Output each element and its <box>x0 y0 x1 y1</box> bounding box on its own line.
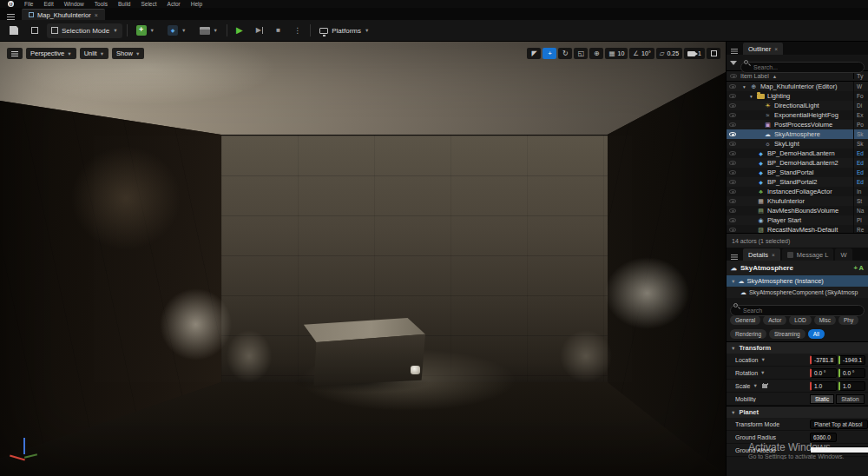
outliner-row[interactable]: ◉Player StartPl <box>727 215 868 225</box>
filter-chip-lod[interactable]: LOD <box>789 315 811 325</box>
filter-funnel-icon[interactable] <box>730 61 737 65</box>
stop-button[interactable]: ■ <box>272 23 285 38</box>
panel-menu-icon[interactable] <box>731 49 738 50</box>
add-component-button[interactable]: + A <box>853 264 864 272</box>
tab-message-log[interactable]: Message L <box>782 248 834 261</box>
platforms-dropdown[interactable]: Platforms ▼ <box>315 23 373 38</box>
scale-tool-icon[interactable]: ◱ <box>574 48 588 59</box>
component-row[interactable]: ☁ SkyAtmosphereComponent (SkyAtmosp <box>727 287 868 298</box>
color-swatch[interactable] <box>810 446 868 453</box>
scale-snap-toggle[interactable]: ▱0.25 <box>656 48 682 59</box>
maximize-viewport-icon[interactable] <box>707 48 720 59</box>
menu-actor[interactable]: Actor <box>162 1 186 7</box>
show-flags-dropdown[interactable]: Show▼ <box>112 48 144 59</box>
actor-instance-row[interactable]: ▼ ☁ SkyAtmosphere (Instance) <box>727 275 868 287</box>
filter-chip-general[interactable]: General <box>730 315 760 325</box>
level-tab[interactable]: Map_KhufuInterior × <box>22 9 105 20</box>
outliner-row[interactable]: ♣InstancedFoliageActorIn <box>727 187 868 196</box>
outliner-row[interactable]: ▾⊕Map_KhufuInterior (Editor)W <box>727 82 868 91</box>
add-content-button[interactable]: +▼ <box>132 23 159 38</box>
expand-caret-icon[interactable]: ▾ <box>741 84 747 89</box>
frame-skip-button[interactable]: ▶ <box>252 23 268 38</box>
outliner-row[interactable]: ▨RecastNavMesh-DefaultRe <box>727 225 868 233</box>
menu-help[interactable]: Help <box>186 1 207 7</box>
visibility-eye-icon[interactable] <box>729 199 736 203</box>
rotation-x-field[interactable]: 0.0 ° <box>810 368 837 378</box>
viewport-options-button[interactable] <box>7 48 23 59</box>
location-x-field[interactable]: -3781.8 <box>810 355 837 365</box>
outliner-row[interactable]: ▣PostProcessVolumePo <box>727 120 868 129</box>
filter-chip-misc[interactable]: Misc <box>814 315 836 325</box>
scale-x-field[interactable]: 1.0 <box>810 381 837 391</box>
visibility-eye-icon[interactable] <box>729 84 736 89</box>
rotation-y-field[interactable]: 0.0 ° <box>838 368 865 378</box>
outliner-row[interactable]: ▦KhufuInteriorSt <box>727 196 868 206</box>
actor-type-cell[interactable]: Ed <box>853 168 868 177</box>
play-options-button[interactable]: ⋮ <box>289 23 306 38</box>
visibility-eye-icon[interactable] <box>729 132 736 136</box>
menu-window[interactable]: Window <box>59 1 89 7</box>
details-search-input[interactable] <box>730 305 865 316</box>
actor-type-cell[interactable]: Ed <box>853 149 868 158</box>
level-viewport[interactable]: Perspective▼ Unlit▼ Show▼ ◤ + ↻ ◱ ⊕ ▦10 … <box>0 42 726 476</box>
editor-modes-button[interactable] <box>27 23 43 38</box>
chevron-down-icon[interactable]: ▼ <box>753 383 758 388</box>
rotation-snap-toggle[interactable]: ∠10° <box>629 48 654 59</box>
menu-select[interactable]: Select <box>135 1 161 7</box>
tab-details[interactable]: Details× <box>743 248 780 261</box>
outliner-row[interactable]: ▾LightingFo <box>727 91 868 101</box>
chevron-down-icon[interactable]: ▼ <box>760 357 765 362</box>
visibility-eye-icon[interactable] <box>729 122 736 127</box>
visibility-eye-icon[interactable] <box>729 218 736 222</box>
save-button[interactable] <box>5 23 23 38</box>
outliner-row[interactable]: ☁SkyAtmosphereSk <box>727 129 868 139</box>
transform-mode-dropdown[interactable]: Planet Top at Absol <box>810 420 868 429</box>
filter-chip-phy[interactable]: Phy <box>838 315 858 325</box>
camera-mode-dropdown[interactable]: Perspective▼ <box>26 48 76 59</box>
expand-caret-icon[interactable]: ▼ <box>731 279 735 284</box>
outliner-search-input[interactable] <box>740 62 865 73</box>
ground-radius-field[interactable]: 6360.0 <box>810 433 837 442</box>
close-icon[interactable]: × <box>774 46 778 52</box>
rotate-tool-icon[interactable]: ↻ <box>558 48 572 59</box>
chevron-down-icon[interactable]: ▼ <box>760 370 765 375</box>
visibility-eye-icon[interactable] <box>729 228 736 232</box>
visibility-eye-icon[interactable] <box>729 189 736 194</box>
play-button[interactable]: ▶ <box>232 23 247 38</box>
tab-world-settings[interactable]: W <box>835 248 852 261</box>
visibility-eye-icon[interactable] <box>729 94 736 98</box>
menu-build[interactable]: Build <box>113 1 135 7</box>
visibility-eye-icon[interactable] <box>729 151 736 155</box>
mobility-stationary-button[interactable]: Station <box>836 394 864 404</box>
outliner-row[interactable]: ◆BP_DemoHandLanternEd <box>727 149 868 158</box>
visibility-eye-icon[interactable] <box>729 208 736 213</box>
close-icon[interactable]: × <box>772 252 775 258</box>
menu-edit[interactable]: Edit <box>38 1 58 7</box>
menu-file[interactable]: File <box>19 1 38 7</box>
close-icon[interactable]: × <box>95 12 98 18</box>
outliner-row[interactable]: ≈ExponentialHeightFogEx <box>727 110 868 120</box>
outliner-row[interactable]: ▤NavMeshBoundsVolumeNa <box>727 206 868 215</box>
world-space-toggle-icon[interactable]: ⊕ <box>589 48 603 59</box>
view-mode-dropdown[interactable]: Unlit▼ <box>80 48 108 59</box>
visibility-eye-icon[interactable] <box>729 113 736 117</box>
filter-chip-actor[interactable]: Actor <box>763 315 786 325</box>
tab-strip-menu-icon[interactable] <box>7 14 15 15</box>
filter-chip-rendering[interactable]: Rendering <box>730 329 766 339</box>
selection-mode-dropdown[interactable]: Selection Mode ▼ <box>47 23 122 38</box>
outliner-row[interactable]: ◆BP_StandPortalEd <box>727 168 868 177</box>
mobility-static-button[interactable]: Static <box>810 394 834 404</box>
visibility-eye-icon[interactable] <box>729 103 736 108</box>
camera-speed-control[interactable]: 1 <box>684 48 705 59</box>
transform-section-header[interactable]: ▼ Transform <box>727 341 868 354</box>
outliner-row[interactable]: ☼SkyLightSk <box>727 139 868 149</box>
visibility-eye-icon[interactable] <box>729 142 736 146</box>
visibility-eye-icon[interactable] <box>729 180 736 184</box>
visibility-eye-icon[interactable] <box>729 170 736 175</box>
panel-menu-icon[interactable] <box>731 255 738 255</box>
location-y-field[interactable]: -1949.1 <box>838 355 865 365</box>
scale-y-field[interactable]: 1.0 <box>838 381 865 391</box>
filter-chip-streaming[interactable]: Streaming <box>769 329 806 339</box>
tab-outliner[interactable]: Outliner× <box>743 43 783 55</box>
outliner-row[interactable]: ◆BP_DemoHandLantern2Ed <box>727 158 868 168</box>
